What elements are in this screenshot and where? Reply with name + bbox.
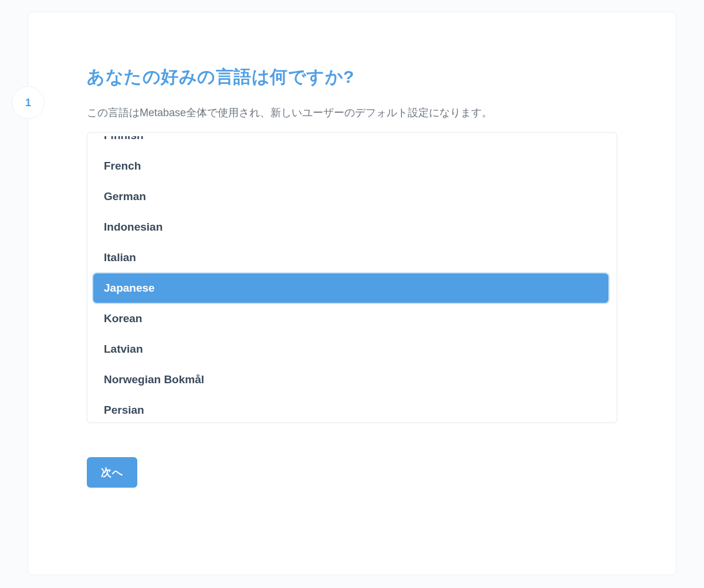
language-option[interactable]: Norwegian Bokmål <box>93 365 608 394</box>
language-option-label: German <box>104 190 146 202</box>
step-number: 1 <box>25 97 31 109</box>
language-option-label: Norwegian Bokmål <box>104 373 204 386</box>
language-option-label: Korean <box>104 312 142 325</box>
language-option[interactable]: Italian <box>93 243 608 272</box>
language-option[interactable]: German <box>93 182 608 211</box>
step-title: あなたの好みの言語は何ですか? <box>87 65 617 89</box>
language-option-label: French <box>104 160 141 172</box>
language-option[interactable]: Persian <box>93 396 608 419</box>
next-button[interactable]: 次へ <box>87 457 137 488</box>
language-list-container: FinnishFrenchGermanIndonesianItalianJapa… <box>87 132 617 423</box>
language-option[interactable]: Latvian <box>93 334 608 364</box>
language-option[interactable]: Korean <box>93 304 608 333</box>
language-option-label: Latvian <box>104 343 143 355</box>
language-option-label: Italian <box>104 251 136 263</box>
language-option[interactable]: French <box>93 151 608 181</box>
language-option-label: Indonesian <box>104 221 163 233</box>
language-list[interactable]: FinnishFrenchGermanIndonesianItalianJapa… <box>91 136 613 419</box>
language-option[interactable]: Finnish <box>93 136 608 150</box>
setup-step-card: 1 あなたの好みの言語は何ですか? この言語はMetabase全体で使用され、新… <box>28 12 676 575</box>
language-option-label: Japanese <box>104 282 155 294</box>
step-description: この言語はMetabase全体で使用され、新しいユーザーのデフォルト設定になりま… <box>87 104 617 121</box>
language-option[interactable]: Japanese <box>93 273 608 303</box>
language-option-label: Finnish <box>104 136 144 141</box>
language-option[interactable]: Indonesian <box>93 212 608 242</box>
language-option-label: Persian <box>104 404 144 416</box>
step-number-badge: 1 <box>12 86 45 119</box>
